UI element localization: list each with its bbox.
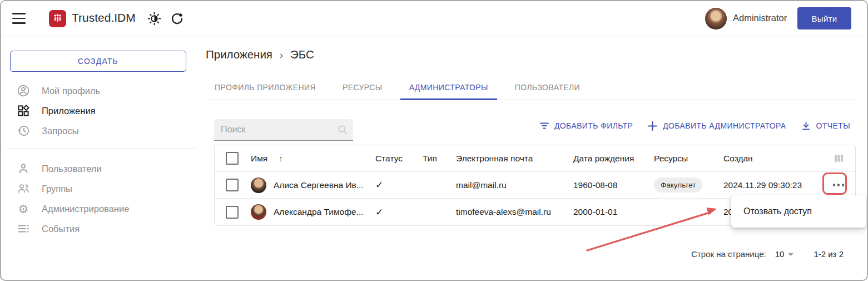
sidebar-divider xyxy=(7,149,196,149)
sidebar-item-administration[interactable]: ⚙ Администрирование xyxy=(1,199,196,219)
refresh-icon[interactable] xyxy=(170,11,185,26)
sidebar-item-label: Запросы xyxy=(42,126,79,136)
reports-label: ОТЧЕТЫ xyxy=(816,121,850,130)
sidebar-item-label: Пользователи xyxy=(42,164,102,174)
logout-button[interactable]: Выйти xyxy=(797,7,851,29)
tab-resources[interactable]: РЕСУРСЫ xyxy=(334,75,391,100)
row-checkbox[interactable] xyxy=(226,206,239,219)
sidebar-item-requests[interactable]: Запросы xyxy=(1,121,196,141)
column-header-label: Имя xyxy=(251,154,267,164)
search-field xyxy=(214,119,353,141)
row-avatar xyxy=(251,204,266,220)
breadcrumb-parent[interactable]: Приложения xyxy=(206,48,272,61)
user-name: Administrator xyxy=(733,13,787,23)
user-avatar[interactable] xyxy=(705,8,727,29)
profile-circle-icon xyxy=(17,84,30,97)
column-header-created: Создан xyxy=(717,154,822,164)
table-header-row: Имя ↑ Статус Тип Электронная почта Дата … xyxy=(215,145,855,172)
status-check-icon: ✓ xyxy=(375,206,383,218)
sidebar-item-label: Администрирование xyxy=(42,204,129,214)
tab-app-profile[interactable]: ПРОФИЛЬ ПРИЛОЖЕНИЯ xyxy=(206,75,325,100)
menu-toggle-icon[interactable] xyxy=(12,13,26,24)
row-checkbox[interactable] xyxy=(226,179,239,191)
people-group-icon xyxy=(17,182,30,195)
row-context-menu: Отозвать доступ xyxy=(731,195,866,228)
sidebar-item-groups[interactable]: Группы xyxy=(1,179,196,199)
sort-asc-icon: ↑ xyxy=(279,154,283,163)
column-settings-icon[interactable] xyxy=(833,152,845,164)
status-check-icon: ✓ xyxy=(375,179,383,191)
add-administrator-label: ДОБАВИТЬ АДМИНИСТРАТОРА xyxy=(663,121,786,130)
cell-name: Алиса Сергеевна Ив... xyxy=(274,180,364,190)
theme-toggle-icon[interactable] xyxy=(147,11,162,26)
sidebar-item-label: Мой профиль xyxy=(42,86,100,96)
tab-administrators[interactable]: АДМИНИСТРАТОРЫ xyxy=(400,75,497,100)
rows-per-page-label: Строк на странице: xyxy=(691,249,766,259)
column-header-name[interactable]: Имя ↑ xyxy=(246,154,369,164)
column-header-email: Электронная почта xyxy=(449,154,567,164)
reports-button[interactable]: ОТЧЕТЫ xyxy=(801,121,850,131)
rows-per-page-value: 10 xyxy=(775,249,785,259)
row-avatar xyxy=(251,178,266,193)
row-actions-button[interactable] xyxy=(829,176,849,195)
history-clock-icon xyxy=(17,124,30,137)
breadcrumb: Приложения › ЭБС xyxy=(206,48,314,61)
resource-badge: Факультет xyxy=(654,178,702,193)
tab-users[interactable]: ПОЛЬЗОВАТЕЛИ xyxy=(506,75,589,100)
table-row: Алиса Сергеевна Ив... ✓ mail@mail.ru 196… xyxy=(215,172,855,199)
cell-name: Александра Тимофе... xyxy=(274,207,364,217)
add-administrator-button[interactable]: ДОБАВИТЬ АДМИНИСТРАТОРА xyxy=(647,121,786,131)
chevron-right-icon: › xyxy=(280,50,283,61)
sidebar-item-label: Группы xyxy=(42,184,72,194)
filter-icon xyxy=(539,121,549,131)
column-header-type: Тип xyxy=(416,154,449,164)
sidebar-item-label: Приложения xyxy=(42,106,96,116)
column-header-birthdate: Дата рождения xyxy=(567,154,647,164)
add-filter-button[interactable]: ДОБАВИТЬ ФИЛЬТР xyxy=(539,121,633,131)
app-title: Trusted.IDM xyxy=(72,11,136,24)
event-list-icon xyxy=(17,222,30,235)
search-input[interactable] xyxy=(214,119,353,140)
cell-birthdate: 2000-01-01 xyxy=(567,207,647,217)
tab-bar: ПРОФИЛЬ ПРИЛОЖЕНИЯ РЕСУРСЫ АДМИНИСТРАТОР… xyxy=(206,75,856,100)
sidebar-item-events[interactable]: События xyxy=(1,219,196,239)
column-header-resources: Ресурсы xyxy=(647,154,717,164)
plus-icon xyxy=(647,121,658,131)
select-all-checkbox[interactable] xyxy=(226,152,239,165)
search-icon xyxy=(337,124,348,135)
topbar: Trusted.IDM Administrator Выйти xyxy=(1,1,867,36)
app-window: Trusted.IDM Administrator Выйти СОЗДАТЬ xyxy=(0,0,868,281)
apps-grid-icon xyxy=(17,104,30,117)
chevron-down-icon xyxy=(788,253,793,256)
pagination: Строк на странице: 10 1-2 из 2 xyxy=(691,246,844,262)
breadcrumb-current: ЭБС xyxy=(290,48,314,61)
column-header-status: Статус xyxy=(369,154,416,164)
sidebar-item-users[interactable]: Пользователи xyxy=(1,159,196,179)
cell-created: 2024.11.29 09:30:23 xyxy=(717,180,822,190)
gear-icon: ⚙ xyxy=(17,202,30,215)
sidebar-item-applications[interactable]: Приложения xyxy=(1,101,196,121)
sidebar-item-label: События xyxy=(42,224,80,234)
cell-email: timofeeva-alexs@mail.ru xyxy=(449,207,567,217)
pagination-range: 1-2 из 2 xyxy=(814,249,844,259)
person-icon xyxy=(17,162,30,175)
menu-item-revoke-access[interactable]: Отозвать доступ xyxy=(731,195,866,228)
add-filter-label: ДОБАВИТЬ ФИЛЬТР xyxy=(554,121,633,130)
download-icon xyxy=(801,121,811,131)
sidebar-item-my-profile[interactable]: Мой профиль xyxy=(1,81,196,101)
cell-birthdate: 1960-08-08 xyxy=(567,180,647,190)
cell-email: mail@mail.ru xyxy=(449,180,567,190)
rows-per-page-select[interactable]: 10 xyxy=(775,249,794,259)
create-button[interactable]: СОЗДАТЬ xyxy=(10,51,186,72)
app-logo-icon xyxy=(49,10,66,27)
table-actions-toolbar: ДОБАВИТЬ ФИЛЬТР ДОБАВИТЬ АДМИНИСТРАТОРА … xyxy=(552,115,850,137)
